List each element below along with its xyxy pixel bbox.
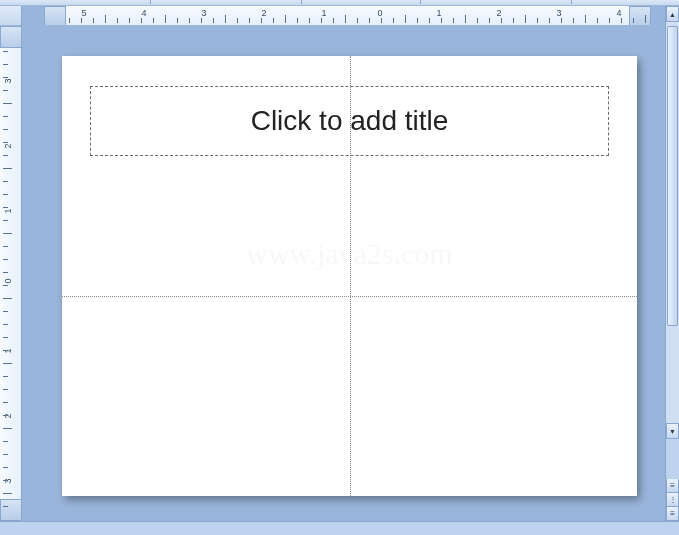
v-ruler-tick: [3, 220, 8, 221]
h-ruler-tick: [261, 18, 262, 23]
h-ruler-tick: [381, 18, 382, 23]
h-ruler-tick: [573, 18, 574, 23]
v-ruler-tick: [3, 337, 8, 338]
h-ruler-tick: [513, 18, 514, 23]
v-ruler-tick: [3, 207, 8, 208]
v-ruler-bottom-cap: [0, 499, 21, 521]
h-ruler-number: 2: [261, 8, 266, 18]
v-ruler-tick: [3, 103, 12, 104]
h-ruler-tick: [417, 18, 418, 23]
h-ruler-tick: [237, 18, 238, 23]
v-ruler-tick: [3, 285, 8, 286]
ruler-corner-button[interactable]: [0, 6, 21, 26]
v-ruler-number: 2: [3, 143, 13, 148]
slide-nav-buttons: ≡ ⋮ ≡: [666, 479, 679, 521]
workspace: 3 2 1 0 1 2 3 5 4 3 2 1 0 1 2 3 4 5: [0, 6, 679, 521]
h-ruler-tick: [369, 18, 370, 23]
vertical-ruler[interactable]: 3 2 1 0 1 2 3: [0, 26, 21, 521]
h-ruler-number: 3: [201, 8, 206, 18]
h-ruler-tick: [93, 18, 94, 23]
h-ruler-tick: [489, 18, 490, 23]
h-ruler-tick: [249, 18, 250, 23]
h-ruler-tick: [189, 18, 190, 23]
h-ruler-tick: [153, 18, 154, 23]
h-ruler-tick: [405, 15, 406, 23]
h-ruler-tick: [81, 18, 82, 23]
h-ruler-tick: [453, 18, 454, 23]
h-ruler-tick: [525, 15, 526, 23]
h-ruler-tick: [441, 18, 442, 23]
h-ruler-tick: [333, 18, 334, 23]
h-ruler-tick: [501, 18, 502, 23]
center-column: 5 4 3 2 1 0 1 2 3 4 5 www.java2s.com Cli…: [22, 6, 665, 521]
h-ruler-number: 5: [81, 8, 86, 18]
h-ruler-number: 1: [321, 8, 326, 18]
h-ruler-tick: [561, 18, 562, 23]
v-ruler-tick: [3, 480, 8, 481]
v-ruler-tick: [3, 64, 8, 65]
h-ruler-number: 1: [436, 8, 441, 18]
prev-slide-button[interactable]: ≡: [666, 479, 679, 493]
title-placeholder[interactable]: Click to add title: [90, 86, 609, 156]
v-ruler-tick: [3, 363, 12, 364]
vertical-scrollbar[interactable]: ▲ ▼ ≡ ⋮ ≡: [665, 6, 679, 521]
scrollbar-gap: [666, 439, 679, 479]
horizontal-ruler[interactable]: 5 4 3 2 1 0 1 2 3 4 5: [44, 6, 651, 26]
bottom-strip: [0, 521, 679, 535]
slide[interactable]: www.java2s.com Click to add title: [62, 56, 637, 496]
v-ruler-tick: [3, 402, 8, 403]
scroll-thumb[interactable]: [667, 26, 678, 326]
v-ruler-tick: [3, 350, 8, 351]
h-ruler-number: 0: [377, 8, 382, 18]
v-ruler-tick: [3, 298, 12, 299]
v-ruler-tick: [3, 506, 8, 507]
horizontal-guide: [62, 296, 637, 297]
v-ruler-tick: [3, 142, 8, 143]
h-ruler-tick: [285, 15, 286, 23]
v-ruler-tick: [3, 259, 8, 260]
v-ruler-tick: [3, 194, 8, 195]
h-ruler-tick: [213, 18, 214, 23]
h-ruler-tick: [321, 18, 322, 23]
v-ruler-tick: [3, 51, 8, 52]
v-ruler-tick: [3, 77, 8, 78]
v-ruler-tick: [3, 311, 8, 312]
h-ruler-tick: [357, 18, 358, 23]
v-ruler-tick: [3, 155, 8, 156]
v-ruler-tick: [3, 168, 12, 169]
scroll-up-button[interactable]: ▲: [666, 6, 679, 22]
h-ruler-tick: [597, 18, 598, 23]
h-ruler-tick: [621, 18, 622, 23]
h-ruler-tick: [537, 18, 538, 23]
h-ruler-number: 2: [496, 8, 501, 18]
v-ruler-tick: [3, 415, 8, 416]
slide-canvas[interactable]: www.java2s.com Click to add title: [22, 26, 665, 521]
h-ruler-tick: [165, 15, 166, 23]
v-ruler-tick: [3, 493, 12, 494]
v-ruler-tick: [3, 129, 8, 130]
scroll-track[interactable]: [666, 22, 679, 423]
v-ruler-tick: [3, 428, 12, 429]
v-ruler-tick: [3, 246, 8, 247]
v-ruler-number: 0: [3, 278, 13, 283]
v-ruler-tick: [3, 272, 8, 273]
h-ruler-number: 3: [556, 8, 561, 18]
h-ruler-tick: [465, 15, 466, 23]
h-ruler-tick: [585, 15, 586, 23]
h-ruler-number: 4: [141, 8, 146, 18]
v-ruler-tick: [3, 441, 8, 442]
h-ruler-tick: [429, 18, 430, 23]
slide-nav-menu-button[interactable]: ⋮: [666, 493, 679, 507]
h-ruler-tick: [273, 18, 274, 23]
scroll-down-button[interactable]: ▼: [666, 423, 679, 439]
watermark: www.java2s.com: [246, 237, 452, 271]
next-slide-button[interactable]: ≡: [666, 507, 679, 521]
v-ruler-number: 3: [3, 78, 13, 83]
h-ruler-tick: [633, 18, 634, 23]
v-ruler-tick: [3, 90, 8, 91]
h-ruler-right-cap: [629, 6, 651, 26]
v-ruler-tick: [3, 233, 12, 234]
h-ruler-tick: [117, 18, 118, 23]
h-ruler-tick: [129, 18, 130, 23]
v-ruler-tick: [3, 116, 8, 117]
